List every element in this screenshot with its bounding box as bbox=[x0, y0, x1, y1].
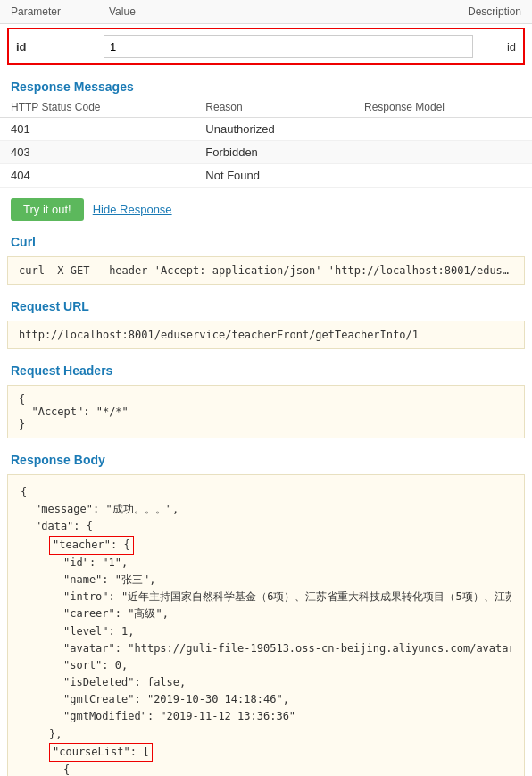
response-messages-table: HTTP Status Code Reason Response Model 4… bbox=[0, 97, 532, 188]
param-name-id: id bbox=[16, 40, 96, 54]
json-line: "level": 1, bbox=[21, 623, 511, 640]
json-line: "name": "张三", bbox=[21, 572, 511, 588]
param-row-id: id id bbox=[7, 28, 525, 65]
json-line: "message": "成功。。。", bbox=[21, 501, 511, 518]
reason: Unauthorized bbox=[195, 118, 353, 141]
request-headers-title: Request Headers bbox=[0, 356, 532, 381]
col-header-parameter: Parameter bbox=[11, 5, 109, 18]
col-header-value: Value bbox=[109, 5, 441, 18]
reason: Not Found bbox=[195, 164, 353, 188]
response-messages-title: Response Messages bbox=[0, 72, 532, 97]
response-model bbox=[353, 164, 532, 188]
json-line: "data": { bbox=[21, 518, 511, 535]
status-code: 404 bbox=[0, 164, 195, 188]
json-line: "gmtCreate": "2019-10-30 14:18:46", bbox=[21, 691, 511, 708]
json-line: "career": "高级", bbox=[21, 605, 511, 622]
hide-response-button[interactable]: Hide Response bbox=[93, 203, 172, 216]
page-wrapper: Parameter Value Description id id Respon… bbox=[0, 0, 532, 776]
json-line: }, bbox=[21, 726, 511, 743]
json-line: "intro": "近年主持国家自然科学基金（6项）、江苏省重大科技成果转化项目… bbox=[21, 588, 511, 605]
json-line: { bbox=[21, 762, 511, 776]
response-body-content: {"message": "成功。。。","data": {"teacher": … bbox=[7, 474, 525, 776]
json-line: "isDeleted": false, bbox=[21, 674, 511, 691]
status-code: 403 bbox=[0, 141, 195, 164]
request-url-title: Request URL bbox=[0, 292, 532, 317]
curl-title: Curl bbox=[0, 228, 532, 253]
status-code: 401 bbox=[0, 118, 195, 141]
col-reason: Reason bbox=[195, 97, 353, 118]
response-model bbox=[353, 118, 532, 141]
json-line: "courseList": [ bbox=[21, 743, 511, 762]
col-header-description: Description bbox=[441, 5, 521, 18]
json-line: "id": "1", bbox=[21, 555, 511, 572]
response-body-title: Response Body bbox=[0, 446, 532, 471]
table-row: 404 Not Found bbox=[0, 164, 532, 188]
json-line: "sort": 0, bbox=[21, 657, 511, 674]
col-model: Response Model bbox=[353, 97, 532, 118]
param-table-header: Parameter Value Description bbox=[0, 0, 532, 24]
response-model bbox=[353, 141, 532, 164]
try-it-out-button[interactable]: Try it out! bbox=[11, 198, 84, 221]
table-row: 401 Unauthorized bbox=[0, 118, 532, 141]
request-url-value: http://localhost:8001/eduservice/teacher… bbox=[7, 321, 525, 349]
col-status-code: HTTP Status Code bbox=[0, 97, 195, 118]
json-line: { bbox=[21, 484, 511, 501]
json-line: "teacher": { bbox=[21, 536, 511, 555]
param-input-id[interactable] bbox=[104, 35, 473, 58]
param-desc-id: id bbox=[480, 40, 516, 54]
action-buttons-row: Try it out! Hide Response bbox=[0, 191, 532, 228]
json-line: "avatar": "https://guli-file-190513.oss-… bbox=[21, 640, 511, 657]
table-row: 403 Forbidden bbox=[0, 141, 532, 164]
json-line: "gmtModified": "2019-11-12 13:36:36" bbox=[21, 708, 511, 725]
request-headers-content: { "Accept": "*/*" } bbox=[7, 385, 525, 438]
curl-command: curl -X GET --header 'Accept: applicatio… bbox=[7, 256, 525, 285]
reason: Forbidden bbox=[195, 141, 353, 164]
